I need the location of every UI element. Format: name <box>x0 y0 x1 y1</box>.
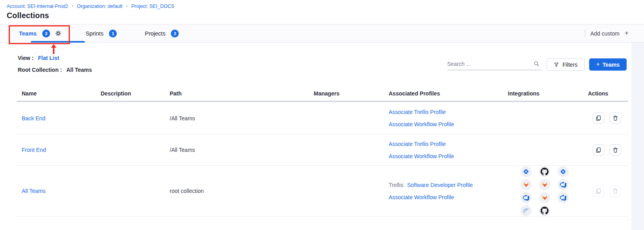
delete-collection-button-disabled <box>610 185 621 197</box>
tab-projects[interactable]: Projects 2 <box>145 24 179 42</box>
plus-icon: + <box>625 29 629 37</box>
filter-funnel-icon <box>554 62 559 67</box>
table-row: Front End /All Teams Associate Trellis P… <box>17 135 628 166</box>
column-header-path: Path <box>170 90 314 97</box>
associate-workflow-profile-link[interactable]: Associate Workflow Profile <box>389 119 508 129</box>
plus-icon: + <box>596 61 600 68</box>
add-teams-button-label: Teams <box>603 62 620 68</box>
column-header-integrations: Integrations <box>508 90 588 97</box>
azure-devops-icon <box>520 192 532 203</box>
add-custom-button[interactable]: Add custom + <box>585 24 629 42</box>
table-row: Back End /All Teams Associate Trellis Pr… <box>17 102 628 135</box>
tab-sprints[interactable]: Sprints 1 <box>86 24 117 42</box>
actions-cell <box>588 144 628 156</box>
column-header-associated-profiles: Associated Profiles <box>389 90 508 97</box>
breadcrumb-account-link[interactable]: Account: SEI-Internal-Prod2 <box>7 4 68 9</box>
path-cell: /All Teams <box>170 147 314 153</box>
gitlab-icon <box>539 179 550 190</box>
github-icon <box>539 205 550 216</box>
collections-table: Name Description Path Managers Associate… <box>17 86 628 217</box>
path-cell: root collection <box>170 188 314 194</box>
add-custom-label: Add custom <box>590 30 620 37</box>
breadcrumb: Account: SEI-Internal-Prod2 › Organizati… <box>7 3 174 9</box>
associated-profiles-cell: Trellis: Software Developer Profile Asso… <box>389 180 508 202</box>
delete-collection-button[interactable] <box>610 112 621 124</box>
root-collection-value: All Teams <box>66 67 92 73</box>
breadcrumb-project-link[interactable]: Project: SEI_DOCS <box>131 4 174 9</box>
breadcrumb-organization-link[interactable]: Organization: default <box>77 4 122 9</box>
annotation-arrow-stem <box>53 47 54 54</box>
view-selector-row: View : Flat List <box>18 55 59 61</box>
integration-icons-grid <box>508 166 588 216</box>
column-header-name: Name <box>22 90 101 97</box>
associate-workflow-profile-link[interactable]: Associate Workflow Profile <box>389 151 508 161</box>
jira-icon <box>520 166 532 177</box>
trash-icon <box>612 115 618 121</box>
trash-icon <box>612 188 618 194</box>
gitlab-icon <box>520 179 532 190</box>
search-input[interactable] <box>447 58 530 70</box>
associate-trellis-profile-link[interactable]: Associate Trellis Profile <box>389 139 508 149</box>
collection-name-link[interactable]: Front End <box>22 147 46 153</box>
associated-profiles-cell: Associate Trellis Profile Associate Work… <box>389 139 508 161</box>
chevron-right-icon: › <box>126 3 127 9</box>
github-icon <box>539 166 550 177</box>
associated-profiles-cell: Associate Trellis Profile Associate Work… <box>389 107 508 129</box>
copy-icon <box>595 115 601 121</box>
chevron-right-icon: › <box>72 3 73 9</box>
table-row: All Teams root collection Trellis: Softw… <box>17 166 628 217</box>
collections-panel: View : Flat List Root Collection : All T… <box>0 43 631 220</box>
trash-icon <box>612 147 618 153</box>
path-cell: /All Teams <box>170 115 314 122</box>
azure-devops-icon <box>558 179 569 190</box>
add-teams-button[interactable]: + Teams <box>589 58 627 71</box>
associate-trellis-profile-link[interactable]: Associate Trellis Profile <box>389 107 508 117</box>
filters-button-label: Filters <box>562 62 577 68</box>
trellis-prefix-label: Trellis: <box>389 180 405 190</box>
view-label: View : <box>18 55 34 61</box>
page-background-strip <box>631 43 644 230</box>
tab-sprints-count-badge: 1 <box>109 30 117 37</box>
collection-name-link[interactable]: All Teams <box>22 188 45 194</box>
actions-cell <box>588 112 628 124</box>
tab-sprints-label: Sprints <box>86 30 103 37</box>
annotation-highlight-box <box>9 25 70 44</box>
jira-icon <box>558 166 569 177</box>
tab-projects-count-badge: 2 <box>171 30 179 37</box>
column-header-actions: Actions <box>588 90 628 97</box>
view-flat-list-link[interactable]: Flat List <box>38 55 59 61</box>
filters-button[interactable]: Filters <box>547 58 585 71</box>
search-icon <box>534 61 539 67</box>
copy-icon <box>595 188 601 194</box>
copy-icon <box>595 147 601 153</box>
tab-projects-label: Projects <box>145 30 165 37</box>
page-title: Collections <box>7 11 49 20</box>
table-header-row: Name Description Path Managers Associate… <box>17 86 628 102</box>
clone-collection-button-disabled <box>593 185 604 197</box>
collection-name-link[interactable]: Back End <box>22 115 45 122</box>
search-field <box>447 58 541 70</box>
root-collection-label: Root Collection : <box>18 67 62 73</box>
delete-collection-button[interactable] <box>610 144 621 156</box>
clone-collection-button[interactable] <box>593 144 604 156</box>
root-collection-row: Root Collection : All Teams <box>18 67 92 73</box>
gitlab-icon <box>539 192 550 203</box>
actions-cell <box>588 185 628 197</box>
vertical-divider <box>585 30 585 37</box>
associate-workflow-profile-link[interactable]: Associate Workflow Profile <box>389 192 508 202</box>
clone-collection-button[interactable] <box>593 112 604 124</box>
integrations-cell <box>508 166 588 216</box>
column-header-description: Description <box>101 90 170 97</box>
column-header-managers: Managers <box>314 90 389 97</box>
trellis-profile-link[interactable]: Software Developer Profile <box>407 180 473 190</box>
azure-devops-icon <box>558 192 569 203</box>
sonarqube-icon <box>520 205 532 216</box>
tab-bar: Teams 3 Sprints 1 <box>0 24 644 43</box>
